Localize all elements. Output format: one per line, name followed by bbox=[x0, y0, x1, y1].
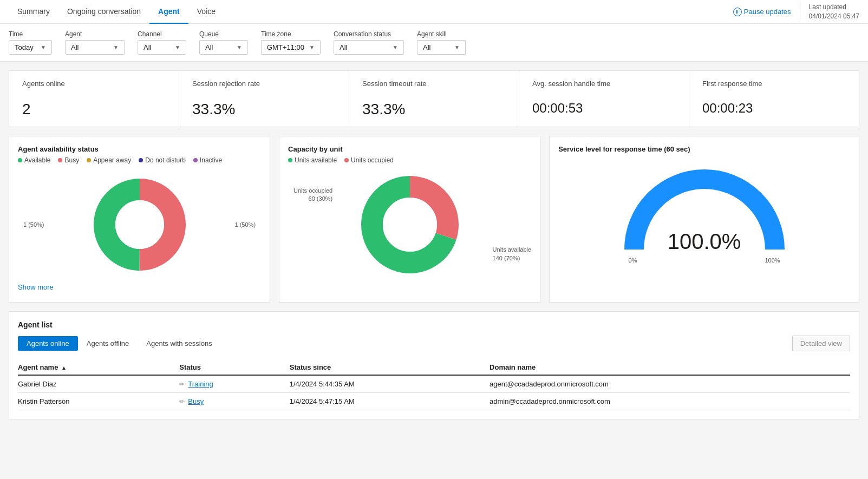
filter-conversation-status-select[interactable]: All ▼ bbox=[334, 40, 404, 55]
filter-agent-skill-select[interactable]: All ▼ bbox=[417, 40, 466, 55]
last-updated-label: Last updated bbox=[809, 3, 859, 12]
filter-agent: Agent All ▼ bbox=[65, 30, 125, 55]
kpi-avg-handle-time: Avg. session handle time 00:00:53 bbox=[519, 70, 689, 127]
chevron-down-icon: ▼ bbox=[41, 44, 46, 50]
nav-bar: Summary Ongoing conversation Agent Voice… bbox=[0, 0, 868, 24]
table-row: Gabriel Diaz ✏ Training 1/4/2024 5:44:35… bbox=[18, 375, 850, 393]
chevron-down-icon: ▼ bbox=[113, 44, 119, 50]
capacity-legend: Units available Units occupied bbox=[288, 156, 531, 164]
nav-right: ⏸ Pause updates Last updated 04/01/2024 … bbox=[733, 3, 859, 21]
kpi-session-rejection-title: Session rejection rate bbox=[192, 80, 336, 88]
kpi-session-timeout-value: 33.3% bbox=[362, 101, 506, 118]
chevron-down-icon: ▼ bbox=[175, 44, 180, 50]
last-updated: Last updated 04/01/2024 05:47 bbox=[800, 3, 859, 21]
legend-units-available-label: Units available bbox=[295, 156, 337, 164]
agent-status-cell: ✏ Training bbox=[179, 375, 289, 393]
donut-label-right: 1 (50%) bbox=[235, 221, 256, 228]
pause-updates-button[interactable]: ⏸ Pause updates bbox=[733, 8, 791, 16]
chevron-down-icon: ▼ bbox=[309, 44, 315, 50]
svg-point-5 bbox=[383, 198, 437, 252]
status-since-cell: 1/4/2024 5:44:35 AM bbox=[290, 375, 490, 393]
agent-name-cell: Kristin Patterson bbox=[18, 393, 179, 410]
tab-agents-online[interactable]: Agents online bbox=[18, 336, 78, 351]
tab-agent[interactable]: Agent bbox=[149, 0, 188, 24]
availability-chart-title: Agent availability status bbox=[18, 145, 261, 153]
gauge-wrapper: 100.0% 0% 100% bbox=[558, 156, 850, 275]
kpi-agents-online-value: 2 bbox=[22, 101, 166, 118]
filter-conversation-status-label: Conversation status bbox=[334, 30, 404, 38]
domain-cell: admin@ccadadeprod.onmicrosoft.com bbox=[490, 393, 850, 410]
edit-icon[interactable]: ✏ bbox=[179, 398, 185, 405]
col-agent-name: Agent name ▲ bbox=[18, 360, 179, 375]
filter-channel-select[interactable]: All ▼ bbox=[138, 40, 186, 55]
filter-time-select[interactable]: Today ▼ bbox=[9, 40, 52, 55]
edit-icon[interactable]: ✏ bbox=[179, 380, 185, 388]
filter-agent-select[interactable]: All ▼ bbox=[65, 40, 125, 55]
availability-donut-svg bbox=[91, 176, 188, 273]
gauge-labels: 0% 100% bbox=[629, 257, 780, 264]
legend-inactive-label: Inactive bbox=[200, 156, 222, 164]
tab-ongoing-conversation[interactable]: Ongoing conversation bbox=[58, 0, 149, 24]
legend-units-occupied-dot bbox=[344, 158, 349, 162]
agent-tabs: Agents online Agents offline Agents with… bbox=[18, 336, 850, 351]
filter-time-label: Time bbox=[9, 30, 52, 38]
table-row: Kristin Patterson ✏ Busy 1/4/2024 5:47:1… bbox=[18, 393, 850, 410]
last-updated-value: 04/01/2024 05:47 bbox=[809, 12, 859, 21]
filter-conversation-status-value: All bbox=[340, 43, 347, 51]
legend-inactive-dot bbox=[193, 158, 198, 162]
legend-busy-label: Busy bbox=[64, 156, 79, 164]
kpi-avg-handle-value: 00:00:53 bbox=[532, 101, 676, 116]
capacity-chart-title: Capacity by unit bbox=[288, 145, 531, 153]
sort-icon: ▲ bbox=[61, 365, 67, 371]
col-agent-name-label: Agent name bbox=[18, 363, 58, 371]
filters-row: Time Today ▼ Agent All ▼ Channel All ▼ Q… bbox=[9, 30, 859, 55]
availability-donut-wrapper: 1 (50%) 1 (50%) bbox=[18, 170, 261, 279]
kpi-agents-online: Agents online 2 bbox=[9, 70, 179, 127]
legend-units-occupied-label: Units occupied bbox=[351, 156, 394, 164]
legend-inactive: Inactive bbox=[193, 156, 222, 164]
kpi-session-rejection-rate: Session rejection rate 33.3% bbox=[179, 70, 349, 127]
show-more-link[interactable]: Show more bbox=[18, 279, 54, 293]
kpi-first-response-value: 00:00:23 bbox=[702, 101, 846, 116]
legend-do-not-disturb-label: Do not disturb bbox=[145, 156, 186, 164]
status-link[interactable]: Training bbox=[188, 380, 213, 388]
legend-units-available-dot bbox=[288, 158, 292, 162]
kpi-session-timeout-rate: Session timeout rate 33.3% bbox=[349, 70, 519, 127]
agent-list-section: Agent list Agents online Agents offline … bbox=[0, 311, 868, 428]
tab-summary[interactable]: Summary bbox=[9, 0, 58, 24]
agent-status-cell: ✏ Busy bbox=[179, 393, 289, 410]
filter-queue-label: Queue bbox=[199, 30, 248, 38]
filter-channel-value: All bbox=[143, 43, 151, 51]
legend-available-dot bbox=[18, 158, 22, 162]
filter-queue-select[interactable]: All ▼ bbox=[199, 40, 248, 55]
kpi-first-response-title: First response time bbox=[702, 80, 846, 88]
agent-table-body: Gabriel Diaz ✏ Training 1/4/2024 5:44:35… bbox=[18, 375, 850, 410]
tab-agents-offline[interactable]: Agents offline bbox=[78, 336, 138, 351]
filter-channel: Channel All ▼ bbox=[138, 30, 186, 55]
tab-voice[interactable]: Voice bbox=[188, 0, 224, 24]
agent-table-header: Agent name ▲ Status Status since Domain … bbox=[18, 360, 850, 375]
col-status: Status bbox=[179, 360, 289, 375]
status-cell: ✏ Busy bbox=[179, 397, 285, 405]
filter-agent-skill-value: All bbox=[423, 43, 430, 51]
col-domain-name: Domain name bbox=[490, 360, 850, 375]
tab-agents-with-sessions[interactable]: Agents with sessions bbox=[138, 336, 220, 351]
kpi-avg-handle-title: Avg. session handle time bbox=[532, 80, 676, 88]
chevron-down-icon: ▼ bbox=[393, 44, 398, 50]
gauge-label-max: 100% bbox=[765, 257, 780, 264]
pause-icon: ⏸ bbox=[733, 8, 742, 16]
filters-bar: Time Today ▼ Agent All ▼ Channel All ▼ Q… bbox=[0, 24, 868, 62]
filter-queue: Queue All ▼ bbox=[199, 30, 248, 55]
filter-channel-label: Channel bbox=[138, 30, 186, 38]
filter-timezone-select[interactable]: GMT+11:00 ▼ bbox=[261, 40, 321, 55]
svg-point-2 bbox=[115, 200, 164, 249]
chevron-down-icon: ▼ bbox=[237, 44, 242, 50]
legend-available: Available bbox=[18, 156, 50, 164]
filter-queue-value: All bbox=[205, 43, 213, 51]
filter-timezone: Time zone GMT+11:00 ▼ bbox=[261, 30, 321, 55]
capacity-donut-wrapper: Units occupied60 (30%) Units available14… bbox=[288, 170, 531, 279]
detailed-view-button[interactable]: Detailed view bbox=[792, 336, 850, 351]
status-link[interactable]: Busy bbox=[188, 397, 204, 405]
charts-section: Agent availability status Available Busy… bbox=[0, 136, 868, 311]
kpi-section: Agents online 2 Session rejection rate 3… bbox=[0, 62, 868, 136]
